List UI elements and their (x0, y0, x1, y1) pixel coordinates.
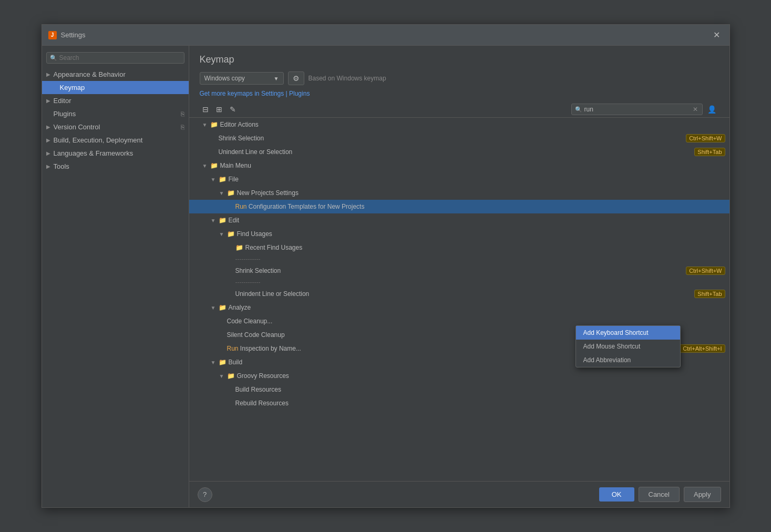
add-mouse-shortcut-menu-item[interactable]: Add Mouse Shortcut (576, 340, 680, 353)
based-on-text: Based on Windows keymap (309, 75, 386, 82)
tree-row-label: File (229, 176, 725, 183)
close-button[interactable]: ✕ (710, 29, 723, 41)
tree-row-label: Shrink Selection (219, 135, 686, 142)
expander-icon: ▼ (202, 163, 208, 169)
help-button[interactable]: ? (198, 487, 212, 502)
add-abbreviation-menu-item[interactable]: Add Abbreviation (576, 353, 680, 367)
sidebar-item-tools[interactable]: ▶ Tools (42, 160, 189, 173)
tree-row-label: Shrink Selection (235, 267, 686, 274)
folder-icon: 📁 (219, 359, 227, 366)
tree-row-label: Find Usages (237, 230, 725, 238)
panel-title: Keymap (200, 54, 719, 65)
expander-icon: ▼ (202, 122, 208, 128)
search-clear-button[interactable]: ✕ (692, 106, 699, 113)
chevron-down-icon: ▼ (274, 76, 279, 81)
tree-row-label: Code Cleanup... (227, 318, 725, 325)
sidebar-item-keymap[interactable]: Keymap (42, 81, 189, 94)
sidebar: 🔍 ▶ Appearance & Behavior Keymap ▶ Edito… (42, 46, 189, 507)
expander-icon: ▼ (210, 305, 217, 311)
tree-row[interactable]: Build Resources (189, 383, 729, 396)
sidebar-item-label: Plugins (54, 110, 76, 118)
tree-row-label: Edit (229, 217, 725, 224)
expander-icon: ▼ (210, 177, 217, 182)
keymap-controls: Windows copy ▼ ⚙ Based on Windows keymap (200, 71, 719, 85)
sidebar-search-input[interactable] (59, 54, 181, 62)
settings-dialog: J Settings ✕ 🔍 ▶ Appearance & Behavior K… (42, 24, 730, 508)
collapse-all-icon: ⊟ (202, 105, 209, 114)
tree-row-label: Analyze (229, 304, 725, 311)
collapse-all-button[interactable]: ⊟ (200, 104, 211, 115)
tree-row[interactable]: ▼ 📁 Edit (189, 213, 729, 227)
tree-row[interactable]: ▼ 📁 New Projects Settings (189, 186, 729, 200)
user-icon: 👤 (707, 105, 716, 114)
add-keyboard-shortcut-menu-item[interactable]: Add Keyboard Shortcut (576, 326, 680, 340)
tree-row[interactable]: ▼ 📁 Editor Actions (189, 118, 729, 131)
folder-icon: 📁 (210, 121, 218, 128)
chevron-icon: ▶ (46, 71, 50, 77)
expander-icon: ▼ (219, 190, 225, 196)
shortcut-badge: Ctrl+Shift+W (686, 267, 725, 275)
expand-all-icon: ⊞ (216, 105, 222, 114)
chevron-icon: ▶ (46, 163, 50, 169)
expander-icon: ▼ (219, 373, 225, 379)
main-content: 🔍 ▶ Appearance & Behavior Keymap ▶ Edito… (42, 46, 729, 507)
expand-all-button[interactable]: ⊞ (213, 104, 225, 115)
sidebar-item-languages[interactable]: ▶ Languages & Frameworks (42, 147, 189, 160)
highlight-text: Run (235, 203, 247, 210)
folder-icon: 📁 (210, 162, 218, 169)
sidebar-item-version-control[interactable]: ▶ Version Control ⎘ (42, 120, 189, 134)
tree-row-label: Run Configuration Templates for New Proj… (235, 203, 725, 210)
sidebar-item-label: Keymap (50, 84, 85, 91)
tree-row[interactable]: ▼ 📁 Find Usages (189, 227, 729, 241)
separator-row: ------------ (189, 254, 729, 264)
sidebar-search-box[interactable]: 🔍 (46, 52, 184, 64)
tree-row-run-config[interactable]: Run Configuration Templates for New Proj… (189, 200, 729, 213)
cancel-button[interactable]: Cancel (639, 487, 680, 502)
sidebar-item-label: Languages & Frameworks (54, 149, 133, 157)
gear-button[interactable]: ⚙ (288, 71, 304, 85)
tree-row[interactable]: Shrink Selection Ctrl+Shift+W (189, 264, 729, 278)
tree-row[interactable]: Shrink Selection Ctrl+Shift+W (189, 131, 729, 145)
folder-icon: 📁 (235, 244, 243, 251)
folder-icon: 📁 (219, 176, 227, 183)
tree-row[interactable]: ▼ 📁 Groovy Resources (189, 369, 729, 383)
sidebar-item-editor[interactable]: ▶ Editor (42, 94, 189, 107)
edit-button[interactable]: ✎ (227, 104, 239, 115)
tree-row[interactable]: Rebuild Resources (189, 396, 729, 410)
keymap-dropdown[interactable]: Windows copy ▼ (200, 72, 284, 85)
sidebar-item-plugins[interactable]: ▶ Plugins ⎘ (42, 107, 189, 120)
apply-button[interactable]: Apply (684, 487, 721, 502)
search-icon: 🔍 (575, 106, 582, 113)
folder-icon: 📁 (227, 230, 235, 238)
sidebar-item-label: Tools (54, 162, 69, 170)
keymap-tree[interactable]: ▼ 📁 Editor Actions Shrink Selection Ctrl… (189, 118, 729, 481)
chevron-icon: ▶ (46, 124, 50, 130)
keymap-search-bar[interactable]: 🔍 ✕ (571, 104, 703, 115)
edit-icon: ✎ (230, 105, 236, 114)
context-menu: Add Keyboard Shortcut Add Mouse Shortcut… (575, 325, 681, 367)
expander-icon: ▼ (210, 360, 217, 365)
sidebar-item-label: Editor (54, 97, 71, 105)
tree-row-label: Build Resources (235, 386, 725, 393)
sidebar-item-build[interactable]: ▶ Build, Execution, Deployment (42, 134, 189, 147)
chevron-icon: ▶ (46, 98, 50, 104)
sidebar-item-label: Build, Execution, Deployment (54, 136, 143, 144)
tree-row-label: Main Menu (220, 162, 725, 169)
chevron-icon: ▶ (46, 137, 50, 143)
sidebar-item-appearance[interactable]: ▶ Appearance & Behavior (42, 68, 189, 81)
sidebar-item-label: Appearance & Behavior (54, 70, 126, 78)
dialog-title: Settings (61, 31, 86, 39)
keymap-search-input[interactable] (584, 106, 690, 113)
bottom-bar: ? OK Cancel Apply (189, 481, 729, 507)
tree-row[interactable]: ▼ 📁 File (189, 172, 729, 186)
user-shortcut-icon-button[interactable]: 👤 (705, 104, 719, 115)
folder-icon: 📁 (227, 372, 235, 380)
tree-row[interactable]: ▼ 📁 Main Menu (189, 159, 729, 172)
tree-row[interactable]: ▼ 📁 Analyze (189, 301, 729, 314)
tree-row[interactable]: Unindent Line or Selection Shift+Tab (189, 287, 729, 301)
tree-row[interactable]: Unindent Line or Selection Shift+Tab (189, 145, 729, 159)
ok-button[interactable]: OK (599, 487, 634, 502)
get-more-link[interactable]: Get more keymaps in Settings | Plugins (200, 90, 310, 97)
tree-row[interactable]: 📁 Recent Find Usages (189, 241, 729, 254)
folder-icon: 📁 (227, 189, 235, 197)
